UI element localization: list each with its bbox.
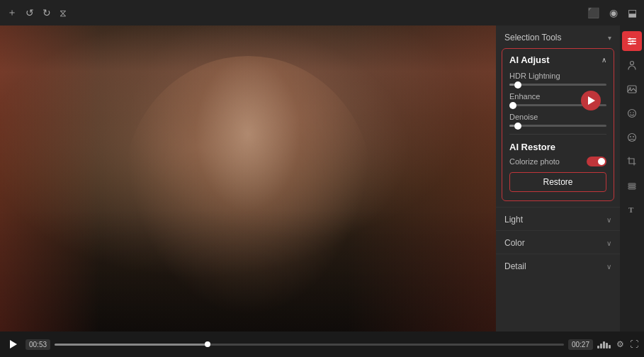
- enhance-thumb[interactable]: [509, 102, 516, 109]
- main-area: Selection Tools ▾ AI Adjust ∧ HDR Lightn…: [0, 26, 644, 332]
- denoise-track[interactable]: [509, 125, 606, 127]
- mask-icon[interactable]: [622, 128, 642, 147]
- ai-restore-title: AI Restore: [509, 142, 606, 152]
- enhance-slider-row: Enhance: [502, 90, 614, 110]
- play-triangle-icon: [588, 96, 595, 105]
- ai-restore-section: AI Restore Colorize photo Restore: [502, 137, 614, 195]
- fullscreen-icon[interactable]: ⛶: [630, 339, 638, 349]
- detail-section: Detail ∨: [496, 254, 620, 277]
- volume-bar-1: [597, 346, 599, 348]
- svg-rect-15: [628, 183, 635, 185]
- person-icon[interactable]: [622, 55, 642, 75]
- svg-rect-17: [628, 188, 635, 189]
- emoji-icon[interactable]: [622, 103, 642, 123]
- detail-header[interactable]: Detail ∨: [496, 254, 620, 277]
- right-panel: Selection Tools ▾ AI Adjust ∧ HDR Lightn…: [496, 26, 620, 332]
- text-icon[interactable]: T: [622, 200, 642, 220]
- svg-point-5: [630, 42, 632, 45]
- ai-adjust-header[interactable]: AI Adjust ∧: [502, 49, 614, 69]
- selection-tools-header[interactable]: Selection Tools ▾: [496, 26, 620, 48]
- progress-bar[interactable]: [55, 344, 564, 346]
- volume-bar-3: [603, 341, 605, 348]
- photo-background: [0, 26, 496, 332]
- selection-tools-chevron: ▾: [608, 34, 611, 42]
- denoise-thumb[interactable]: [514, 123, 521, 130]
- save-icon[interactable]: ⬓: [628, 7, 637, 18]
- top-bar-right: ⬛ ◉ ⬓: [587, 7, 637, 18]
- light-header[interactable]: Light ∨: [496, 208, 620, 230]
- crop-icon[interactable]: [622, 152, 642, 171]
- colorize-label: Colorize photo: [509, 157, 560, 166]
- hdr-fill: [509, 84, 514, 86]
- denoise-slider-row: Denoise: [502, 110, 614, 131]
- history-icon[interactable]: ⧖: [60, 7, 67, 19]
- svg-text:T: T: [628, 205, 634, 214]
- hdr-track[interactable]: [509, 84, 606, 86]
- time-remaining: 00:27: [568, 339, 593, 350]
- canvas-area: [0, 26, 496, 332]
- bottom-bar: 00:53 00:27 ⚙ ⛶: [0, 332, 644, 357]
- volume-icon[interactable]: [597, 340, 611, 348]
- svg-point-8: [629, 87, 631, 89]
- compare-icon[interactable]: ⬛: [587, 7, 599, 18]
- color-section: Color ∨: [496, 230, 620, 254]
- svg-point-4: [632, 40, 634, 42]
- play-icon: [10, 340, 17, 348]
- ai-section-divider: [509, 134, 606, 135]
- time-elapsed: 00:53: [26, 339, 50, 350]
- detail-label: Detail: [504, 261, 526, 271]
- ai-adjust-section: AI Adjust ∧ HDR Lightning Enhance: [502, 48, 614, 201]
- ai-adjust-chevron: ∧: [601, 56, 606, 64]
- svg-point-14: [633, 136, 634, 137]
- subject-figure: [124, 56, 372, 316]
- light-label: Light: [504, 215, 523, 225]
- svg-rect-2: [628, 43, 636, 45]
- color-header[interactable]: Color ∨: [496, 231, 620, 254]
- add-icon[interactable]: ＋: [7, 6, 17, 19]
- svg-point-6: [631, 62, 634, 65]
- hdr-slider-row: HDR Lightning: [502, 69, 614, 90]
- svg-point-13: [630, 136, 631, 137]
- progress-thumb[interactable]: [205, 341, 210, 347]
- color-label: Color: [504, 238, 525, 248]
- svg-point-3: [629, 38, 631, 40]
- color-chevron: ∨: [606, 239, 611, 247]
- filters-icon[interactable]: [622, 31, 642, 51]
- layers-icon[interactable]: [622, 176, 642, 196]
- restore-button[interactable]: Restore: [509, 172, 606, 192]
- bottom-right-icons: ⚙ ⛶: [597, 339, 638, 349]
- svg-point-9: [628, 110, 636, 118]
- volume-bar-2: [600, 344, 602, 348]
- denoise-label: Denoise: [509, 113, 606, 121]
- selection-tools-label: Selection Tools: [504, 33, 562, 42]
- denoise-fill: [509, 125, 514, 127]
- settings-icon[interactable]: ⚙: [616, 339, 624, 349]
- redo-icon[interactable]: ↻: [43, 7, 51, 18]
- eye-icon[interactable]: ◉: [609, 7, 618, 18]
- undo-icon[interactable]: ↺: [26, 7, 34, 18]
- play-button[interactable]: [6, 336, 21, 352]
- ai-adjust-title: AI Adjust: [509, 55, 550, 65]
- colorize-toggle[interactable]: [587, 157, 606, 166]
- volume-bar-4: [606, 343, 608, 348]
- svg-rect-16: [628, 186, 635, 187]
- icon-sidebar: T: [620, 26, 644, 332]
- svg-rect-7: [628, 86, 636, 93]
- detail-chevron: ∨: [606, 263, 611, 271]
- hdr-thumb[interactable]: [514, 81, 521, 89]
- svg-point-10: [630, 112, 631, 113]
- enhance-play-button[interactable]: [581, 91, 601, 110]
- volume-bar-5: [609, 345, 611, 348]
- hdr-label: HDR Lightning: [509, 72, 606, 80]
- colorize-row: Colorize photo: [509, 157, 606, 166]
- progress-fill: [55, 344, 208, 346]
- light-chevron: ∨: [606, 216, 611, 224]
- svg-point-11: [633, 112, 634, 113]
- image-icon[interactable]: [622, 79, 642, 99]
- light-section: Light ∨: [496, 207, 620, 230]
- top-bar: ＋ ↺ ↻ ⧖ ⬛ ◉ ⬓: [0, 0, 644, 26]
